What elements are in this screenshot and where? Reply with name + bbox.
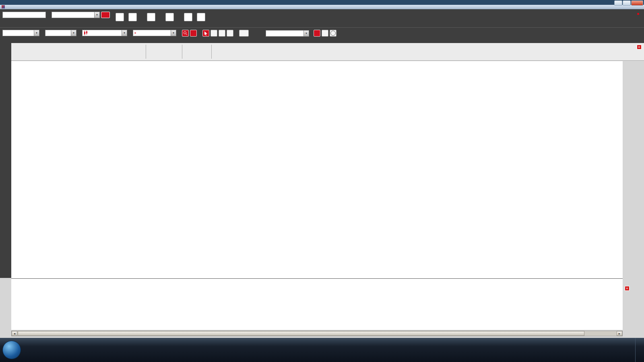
cursor-group (202, 29, 233, 42)
stock-info-bar: × (11, 43, 644, 61)
vline-cursor-button[interactable] (219, 30, 225, 37)
taskbar (0, 338, 644, 362)
hilfe-button[interactable] (184, 13, 192, 23)
chevron-down-icon: ▾ (303, 31, 309, 36)
window-controls (614, 0, 643, 6)
skalierung-group: ▾ (133, 29, 176, 42)
chevron-down-icon: ▾ (171, 30, 176, 36)
zoom-in-button[interactable] (182, 30, 189, 37)
volume-chart-canvas[interactable] (11, 286, 623, 330)
wertpapierart-select[interactable]: ▾ (52, 12, 100, 18)
app-icon (2, 5, 5, 8)
price-chart-canvas[interactable] (11, 61, 623, 278)
zoom-group (182, 29, 197, 42)
chart-settings-toolbar: ▾ ▾ ▾ ▾ (0, 27, 644, 43)
circle-s-icon (330, 31, 336, 36)
charttyp-select[interactable]: ▾ (82, 30, 127, 36)
frequenz-group: ▾ (45, 29, 76, 42)
candlestick-icon (84, 31, 88, 35)
browser-tab-strip (0, 0, 644, 5)
infobar-close-button[interactable]: × (637, 45, 642, 49)
window-titlebar (0, 5, 644, 9)
up-arrow-icon (116, 13, 124, 21)
chevron-down-icon: ▾ (71, 30, 76, 36)
close-button[interactable] (631, 0, 643, 6)
zoom-1-1-button[interactable] (190, 30, 197, 37)
chevron-down-icon: ▾ (94, 12, 99, 18)
minimize-button[interactable] (614, 0, 622, 6)
search-input[interactable] (2, 12, 46, 18)
price-chart-panel (11, 61, 623, 278)
anzeige-select[interactable]: ▾ (2, 30, 39, 36)
chevron-down-icon: ▾ (122, 30, 127, 36)
system-tray (623, 338, 644, 362)
price-x-axis (11, 278, 623, 286)
columns-tool-button[interactable] (314, 30, 320, 37)
wertpapierart-group: ▾ (52, 10, 110, 26)
benchmark-button[interactable] (165, 13, 174, 23)
info-toggle-group (239, 29, 249, 42)
abs-badge-icon (134, 33, 136, 33)
magnifier-icon (183, 31, 188, 35)
cursor-arrow-icon (204, 31, 208, 35)
cursor-arrow-button[interactable] (202, 30, 209, 37)
volume-close-button[interactable]: × (625, 286, 630, 291)
crosshair-cursor-button[interactable] (211, 30, 217, 37)
zeichenelemente-group: ▾ (266, 29, 336, 42)
chevron-down-icon: ▾ (34, 30, 39, 36)
hline-cursor-button[interactable] (227, 30, 233, 37)
pattern-tool-button[interactable] (322, 30, 328, 37)
ab-button[interactable] (128, 13, 137, 23)
search-group (2, 10, 46, 26)
zeichenelemente-select[interactable]: ▾ (266, 30, 309, 37)
benchmark-chart-icon (165, 13, 174, 21)
divider (146, 45, 146, 59)
left-sidebar (0, 43, 11, 278)
info-button[interactable] (197, 13, 205, 23)
windows-flag-icon (8, 346, 15, 354)
auf-button[interactable] (116, 13, 124, 23)
divider (182, 45, 182, 59)
main-toolbar: ▾ (0, 9, 644, 27)
ok-button[interactable] (101, 12, 110, 18)
start-button[interactable] (2, 341, 21, 359)
refresh-icon (147, 13, 155, 21)
horizontal-scrollbar[interactable]: ◄ ► (11, 331, 623, 336)
info-icon (197, 13, 205, 21)
price-y-axis (623, 61, 637, 278)
skalierung-select[interactable]: ▾ (133, 30, 176, 36)
scrollbar-thumb[interactable] (18, 331, 584, 336)
scroll-left-arrow[interactable]: ◄ (12, 331, 17, 336)
frequenz-select[interactable]: ▾ (45, 30, 76, 36)
help-icon (184, 13, 192, 21)
settings-tool-button[interactable] (330, 30, 336, 37)
volume-chart-panel (11, 286, 623, 330)
volume-y-axis (623, 286, 640, 330)
down-arrow-icon (128, 13, 137, 21)
info-off-toggle[interactable] (239, 30, 249, 37)
aktualisieren-button[interactable] (147, 13, 155, 23)
charttyp-group: ▾ (82, 29, 127, 42)
scroll-right-arrow[interactable]: ► (617, 331, 622, 336)
anzeige-group: ▾ (2, 29, 39, 42)
maximize-button[interactable] (623, 0, 631, 6)
divider (211, 45, 212, 59)
show-desktop-button[interactable] (635, 338, 639, 362)
